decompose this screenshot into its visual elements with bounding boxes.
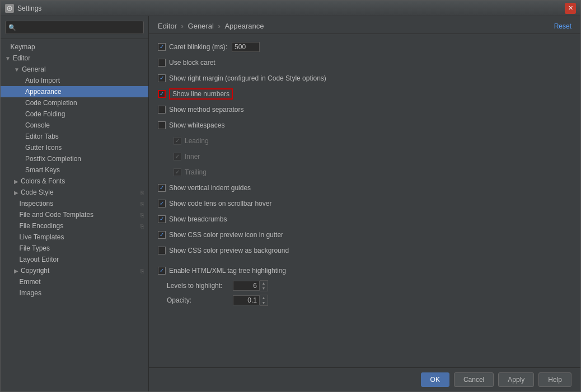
caret-blinking-checkbox-label[interactable]: Caret blinking (ms):: [158, 43, 227, 51]
use-block-caret-text: Use block caret: [169, 59, 215, 67]
copy-icon: ⎘: [140, 212, 144, 218]
close-button[interactable]: ✕: [565, 3, 576, 14]
show-right-margin-checkbox[interactable]: [158, 74, 166, 82]
search-bar: 🔍: [1, 16, 148, 39]
show-css-color-icon-row: Show CSS color preview icon in gutter: [158, 229, 571, 241]
sidebar: 🔍 Keymap ▼ Editor ▼ General: [1, 16, 149, 391]
show-whitespaces-checkbox[interactable]: [158, 121, 166, 129]
sidebar-item-smart-keys[interactable]: Smart Keys: [1, 164, 148, 176]
show-right-margin-text: Show right margin (configured in Code St…: [169, 74, 326, 82]
opacity-spinner: ▲ ▼: [233, 295, 268, 306]
show-css-color-bg-checkbox[interactable]: [158, 247, 166, 254]
sidebar-item-file-types[interactable]: File Types: [1, 243, 148, 254]
sidebar-item-images[interactable]: Images: [1, 287, 148, 299]
sidebar-item-copyright[interactable]: ▶ Copyright ⎘: [1, 265, 148, 276]
sidebar-item-code-folding[interactable]: Code Folding: [1, 108, 148, 120]
show-css-color-icon-label[interactable]: Show CSS color preview icon in gutter: [158, 231, 283, 239]
levels-down-button[interactable]: ▼: [260, 286, 268, 291]
sidebar-item-file-code-templates[interactable]: File and Code Templates ⎘: [1, 209, 148, 220]
show-breadcrumbs-row: Show breadcrumbs: [158, 213, 571, 225]
show-method-separators-text: Show method separators: [169, 106, 243, 114]
show-method-separators-checkbox[interactable]: [158, 106, 166, 114]
show-css-color-bg-row: Show CSS color preview as background: [158, 244, 571, 257]
show-code-lens-text: Show code lens on scrollbar hover: [169, 200, 271, 207]
sidebar-item-keymap[interactable]: Keymap: [1, 41, 148, 53]
sidebar-item-console[interactable]: Console: [1, 120, 148, 131]
caret-blinking-input[interactable]: [232, 42, 260, 52]
arrow-icon: ▶: [14, 268, 18, 274]
show-vertical-indent-label[interactable]: Show vertical indent guides: [158, 184, 251, 192]
sidebar-item-label: Live Templates: [20, 233, 64, 241]
show-code-lens-checkbox[interactable]: [158, 200, 166, 207]
leading-checkbox[interactable]: [174, 137, 181, 145]
sidebar-item-appearance[interactable]: Appearance: [1, 86, 148, 97]
cancel-button[interactable]: Cancel: [454, 372, 494, 387]
use-block-caret-label[interactable]: Use block caret: [158, 59, 215, 67]
sidebar-item-layout-editor[interactable]: Layout Editor: [1, 254, 148, 265]
right-panel: Editor › General › Appearance Reset Care…: [149, 16, 580, 391]
levels-up-button[interactable]: ▲: [260, 281, 268, 286]
trailing-checkbox[interactable]: [174, 168, 181, 176]
sidebar-item-label: Postfix Completion: [25, 155, 81, 163]
apply-button[interactable]: Apply: [498, 372, 534, 387]
use-block-caret-checkbox[interactable]: [158, 59, 166, 67]
trailing-label[interactable]: Trailing: [174, 168, 207, 176]
reset-link[interactable]: Reset: [554, 22, 571, 30]
search-input[interactable]: [5, 21, 144, 34]
show-breadcrumbs-label[interactable]: Show breadcrumbs: [158, 215, 227, 223]
sidebar-item-live-templates[interactable]: Live Templates: [1, 232, 148, 243]
show-method-separators-label[interactable]: Show method separators: [158, 106, 243, 114]
enable-html-tag-checkbox[interactable]: [158, 267, 166, 275]
sidebar-item-gutter-icons[interactable]: Gutter Icons: [1, 142, 148, 153]
sidebar-item-auto-import[interactable]: Auto Import: [1, 75, 148, 86]
arrow-icon: [14, 290, 17, 296]
sidebar-item-file-encodings[interactable]: File Encodings ⎘: [1, 220, 148, 232]
sidebar-item-label: File and Code Templates: [20, 211, 94, 219]
show-breadcrumbs-text: Show breadcrumbs: [169, 215, 227, 223]
enable-html-tag-label[interactable]: Enable HTML/XML tag tree highlighting: [158, 267, 286, 275]
breadcrumb-general: General: [188, 22, 214, 30]
show-line-numbers-checkbox[interactable]: [158, 90, 166, 98]
show-code-lens-label[interactable]: Show code lens on scrollbar hover: [158, 200, 271, 207]
inner-text: Inner: [185, 153, 200, 160]
breadcrumb-sep: ›: [181, 22, 186, 30]
sidebar-item-emmet[interactable]: Emmet: [1, 276, 148, 287]
sidebar-item-label: General: [22, 65, 46, 73]
use-block-caret-row: Use block caret: [158, 56, 571, 69]
sidebar-item-general[interactable]: ▼ General: [1, 64, 148, 75]
show-css-color-icon-text: Show CSS color preview icon in gutter: [169, 231, 283, 239]
enable-html-tag-text: Enable HTML/XML tag tree highlighting: [169, 267, 286, 275]
svg-point-1: [9, 7, 11, 9]
sidebar-item-colors-fonts[interactable]: ▶ Colors & Fonts: [1, 176, 148, 187]
help-button[interactable]: Help: [538, 372, 571, 387]
sidebar-item-code-style[interactable]: ▶ Code Style ⎘: [1, 187, 148, 198]
inner-checkbox[interactable]: [174, 153, 181, 160]
opacity-spinner-buttons: ▲ ▼: [260, 295, 268, 306]
leading-label[interactable]: Leading: [174, 137, 209, 145]
inner-label[interactable]: Inner: [174, 153, 200, 160]
sidebar-item-editor-tabs[interactable]: Editor Tabs: [1, 131, 148, 142]
opacity-input[interactable]: [233, 295, 260, 305]
sidebar-item-label: Layout Editor: [20, 256, 59, 263]
show-whitespaces-label[interactable]: Show whitespaces: [158, 121, 224, 129]
caret-blinking-checkbox[interactable]: [158, 43, 166, 51]
footer: OK Cancel Apply Help: [149, 367, 580, 391]
sidebar-item-code-completion[interactable]: Code Completion: [1, 97, 148, 108]
inner-row: Inner: [158, 150, 571, 163]
opacity-up-button[interactable]: ▲: [260, 295, 268, 300]
show-css-color-bg-label[interactable]: Show CSS color preview as background: [158, 247, 289, 254]
show-right-margin-label[interactable]: Show right margin (configured in Code St…: [158, 74, 326, 82]
show-vertical-indent-checkbox[interactable]: [158, 184, 166, 192]
caret-blinking-row: Caret blinking (ms):: [158, 41, 571, 53]
show-line-numbers-label[interactable]: Show line numbers: [158, 88, 233, 100]
levels-input[interactable]: [233, 281, 260, 291]
show-breadcrumbs-checkbox[interactable]: [158, 215, 166, 223]
show-css-color-icon-checkbox[interactable]: [158, 231, 166, 239]
sidebar-item-postfix-completion[interactable]: Postfix Completion: [1, 153, 148, 164]
sidebar-item-inspections[interactable]: Inspections ⎘: [1, 198, 148, 209]
sidebar-item-editor[interactable]: ▼ Editor: [1, 53, 148, 64]
breadcrumb-current: Appearance: [224, 22, 264, 30]
ok-button[interactable]: OK: [421, 372, 449, 387]
breadcrumb-sep2: ›: [218, 22, 222, 30]
opacity-down-button[interactable]: ▼: [260, 300, 268, 305]
